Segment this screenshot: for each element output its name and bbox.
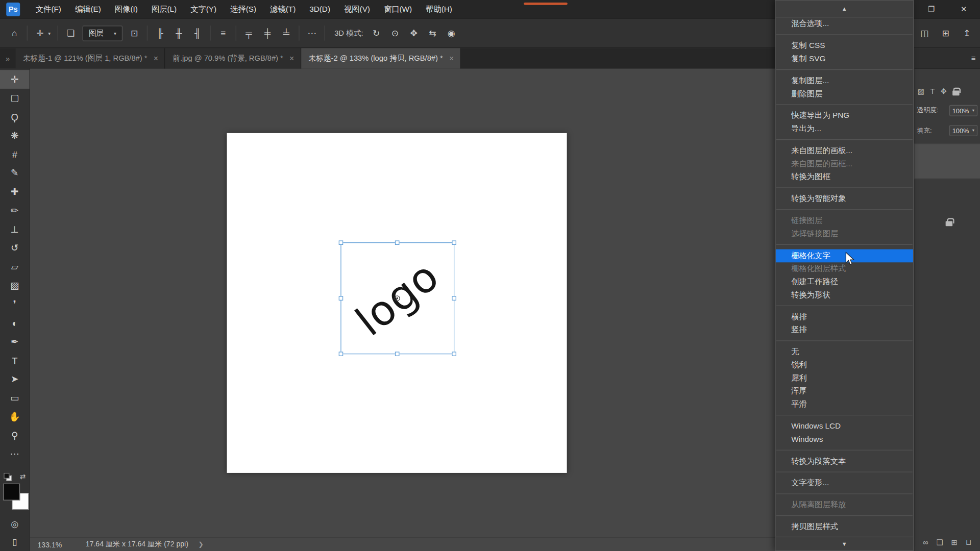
zoom-tool[interactable]: ⚲	[0, 426, 30, 445]
menu-item-convert-to-shape[interactable]: 转换为形状	[776, 289, 913, 302]
quick-mask-button[interactable]: ◎	[0, 516, 30, 532]
menu-type[interactable]: 文字(Y)	[184, 0, 224, 18]
align-left-icon[interactable]: ╟	[154, 28, 165, 38]
quick-selection-tool[interactable]: ❋	[0, 126, 30, 145]
transform-handle-e[interactable]	[452, 296, 456, 300]
align-bottom-icon[interactable]: ╧	[281, 28, 292, 38]
menu-item-convert-to-frame[interactable]: 转换为图框	[776, 170, 913, 184]
menu-file[interactable]: 文件(F)	[29, 0, 68, 18]
type-tool[interactable]: T	[0, 351, 30, 370]
3d-slide-icon[interactable]: ⇆	[427, 28, 438, 38]
menu-item-anti-alias-strong[interactable]: 浑厚	[776, 385, 913, 398]
history-brush-tool[interactable]: ↺	[0, 239, 30, 258]
edit-toolbar-button[interactable]: ⋯	[0, 445, 30, 464]
auto-select-layer-dropdown[interactable]: 图层 ▾	[83, 26, 122, 41]
lock-transparency-icon[interactable]: ▨	[918, 87, 925, 95]
layer-style-icon[interactable]: ❑	[936, 538, 943, 546]
transform-handle-sw[interactable]	[339, 352, 344, 356]
fill-dropdown[interactable]: 100% ▾	[949, 125, 978, 136]
align-middle-icon[interactable]: ╪	[262, 28, 273, 38]
menu-item-artboard-from-layers[interactable]: 来自图层的画板...	[776, 144, 913, 158]
restore-window-icon[interactable]: ❐	[915, 0, 948, 19]
eyedropper-tool[interactable]: ✎	[0, 164, 30, 183]
zoom-level-field[interactable]: 133.1%	[37, 541, 62, 548]
delete-layer-icon[interactable]: ⊔	[966, 538, 971, 546]
menu-item-copy-svg[interactable]: 复制 SVG	[776, 53, 913, 66]
menu-item-horizontal[interactable]: 横排	[776, 311, 913, 324]
menu-help[interactable]: 帮助(H)	[419, 0, 459, 18]
home-icon[interactable]: ⌂	[9, 28, 20, 38]
menu-item-quick-export-png[interactable]: 快速导出为 PNG	[776, 109, 913, 122]
menu-item-convert-to-smart-object[interactable]: 转换为智能对象	[776, 192, 913, 206]
menu-item-copy-css[interactable]: 复制 CSS	[776, 39, 913, 53]
3d-camera-icon[interactable]: ◉	[446, 28, 457, 38]
menu-select[interactable]: 选择(S)	[224, 0, 263, 18]
hand-tool[interactable]: ✋	[0, 407, 30, 426]
menu-item-delete-layer[interactable]: 删除图层	[776, 87, 913, 101]
tab-overflow-icon[interactable]: »	[6, 54, 10, 63]
3d-roll-icon[interactable]: ⊙	[389, 28, 401, 38]
show-transform-controls-icon[interactable]: ⊡	[129, 28, 140, 38]
align-center-horizontal-icon[interactable]: ╫	[173, 28, 184, 38]
menu-scroll-down-icon[interactable]: ▼	[776, 537, 913, 550]
menu-item-duplicate-layer[interactable]: 复制图层...	[776, 74, 913, 88]
screen-mode-button[interactable]: ▯	[0, 534, 30, 550]
tab-qian-jpg[interactable]: 前.jpg @ 70.9% (背景, RGB/8#) * ×	[165, 48, 301, 68]
rectangle-tool[interactable]: ▭	[0, 389, 30, 408]
foreground-color-swatch[interactable]	[3, 484, 20, 500]
share-icon[interactable]: ↥	[961, 28, 972, 38]
marquee-tool[interactable]: ▢	[0, 89, 30, 108]
transform-handle-s[interactable]	[395, 352, 400, 356]
3d-pan-icon[interactable]: ✥	[408, 28, 420, 38]
opacity-dropdown[interactable]: 100% ▾	[949, 105, 978, 116]
menu-item-anti-alias-none[interactable]: 无	[776, 345, 913, 359]
auto-select-icon[interactable]: ❏	[65, 28, 76, 38]
menu-item-convert-to-paragraph-text[interactable]: 转换为段落文本	[776, 455, 913, 468]
new-layer-icon[interactable]: ⊞	[951, 538, 958, 546]
align-right-icon[interactable]: ╢	[192, 28, 203, 38]
menu-3d[interactable]: 3D(D)	[303, 0, 337, 18]
panel-menu-icon[interactable]: ≡	[971, 54, 976, 62]
menu-view[interactable]: 视图(V)	[337, 0, 377, 18]
menu-filter[interactable]: 滤镜(T)	[263, 0, 303, 18]
tab-untitled-1[interactable]: 未标题-1 @ 121% (图层 1, RGB/8#) * ×	[15, 48, 165, 68]
tab-close-icon[interactable]: ×	[289, 54, 294, 63]
transform-handle-n[interactable]	[395, 240, 400, 245]
move-tool[interactable]: ✛	[0, 70, 30, 89]
default-colors-icon[interactable]	[4, 472, 12, 481]
menu-item-anti-alias-crisp[interactable]: 犀利	[776, 372, 913, 385]
menu-window[interactable]: 窗口(W)	[377, 0, 419, 18]
transform-handle-w[interactable]	[339, 296, 344, 300]
selected-layer-row[interactable]	[914, 144, 980, 180]
align-top-icon[interactable]: ╤	[243, 28, 254, 38]
menu-item-anti-alias-sharp[interactable]: 锐利	[776, 359, 913, 372]
lock-position-icon[interactable]: ✥	[940, 87, 946, 95]
menu-scroll-up-icon[interactable]: ▲	[776, 1, 913, 17]
menu-item-rasterize-type[interactable]: 栅格化文字	[776, 249, 913, 263]
menu-item-export-as[interactable]: 导出为...	[776, 122, 913, 136]
transform-handle-se[interactable]	[452, 352, 456, 356]
path-selection-tool[interactable]: ➤	[0, 370, 30, 389]
clone-stamp-tool[interactable]: ⊥	[0, 220, 30, 239]
menu-item-blending-options[interactable]: 混合选项...	[776, 17, 913, 31]
more-options-icon[interactable]: ⋯	[306, 28, 317, 38]
distribute-horizontal-icon[interactable]: ≡	[217, 28, 229, 38]
menu-layer[interactable]: 图层(L)	[144, 0, 183, 18]
dodge-tool[interactable]: ◐	[0, 314, 30, 333]
grid-view-icon[interactable]: ⊞	[940, 28, 951, 38]
healing-brush-tool[interactable]: ✚	[0, 183, 30, 202]
crop-tool[interactable]: #	[0, 145, 30, 164]
close-window-icon[interactable]: ✕	[947, 0, 980, 19]
menu-item-create-work-path[interactable]: 创建工作路径	[776, 276, 913, 289]
menu-image[interactable]: 图像(I)	[108, 0, 144, 18]
lock-all-icon[interactable]	[952, 90, 959, 95]
menu-item-anti-alias-smooth[interactable]: 平滑	[776, 398, 913, 411]
swap-colors-icon[interactable]: ⇄	[20, 472, 26, 481]
brush-tool[interactable]: ✏	[0, 201, 30, 220]
lasso-tool[interactable]: Ϙ	[0, 108, 30, 127]
menu-edit[interactable]: 编辑(E)	[68, 0, 108, 18]
menu-item-vertical[interactable]: 竖排	[776, 323, 913, 337]
tab-untitled-2[interactable]: 未标题-2 @ 133% (logo 拷贝, RGB/8#) * ×	[301, 48, 461, 68]
menu-item-windows[interactable]: Windows	[776, 433, 913, 446]
menu-item-copy-layer-style[interactable]: 拷贝图层样式	[776, 520, 913, 534]
